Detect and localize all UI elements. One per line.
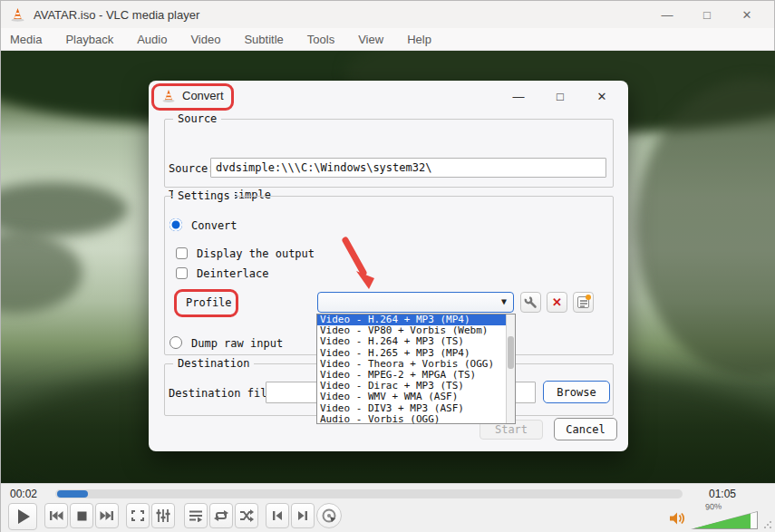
source-input[interactable] <box>210 158 606 178</box>
scrollbar-thumb[interactable] <box>508 336 514 369</box>
profile-dropdown-list: Video - H.264 + MP3 (MP4) Video - VP80 +… <box>316 314 516 424</box>
window-title: AVATAR.iso - VLC media player <box>34 8 199 22</box>
menu-help[interactable]: Help <box>407 33 431 46</box>
playlist-button[interactable] <box>184 503 208 528</box>
menu-subtitle[interactable]: Subtitle <box>244 33 283 46</box>
dump-raw-input-label: Dump raw input <box>191 337 283 350</box>
profile-option[interactable]: Video - VP80 + Vorbis (Webm) <box>317 325 515 336</box>
delete-x-icon: ✕ <box>552 295 562 309</box>
menu-bar: Media Playback Audio Video Subtitle Tool… <box>1 28 774 51</box>
profile-option[interactable]: Video - DIV3 + MP3 (ASF) <box>317 403 515 414</box>
title-bar: AVATAR.iso - VLC media player — □ ✕ <box>1 1 774 28</box>
menu-view[interactable]: View <box>358 33 383 46</box>
dialog-maximize-button[interactable]: □ <box>548 86 572 106</box>
fullscreen-button[interactable] <box>126 503 150 528</box>
background-tree <box>1 232 82 314</box>
dump-raw-input-radio[interactable] <box>170 336 182 349</box>
close-button[interactable]: ✕ <box>727 1 767 28</box>
volume-slider[interactable] <box>691 511 758 529</box>
speaker-icon <box>669 511 687 526</box>
profile-option[interactable]: Video - Dirac + MP3 (TS) <box>317 381 515 392</box>
menu-video[interactable]: Video <box>190 33 220 46</box>
profile-label: Profile <box>186 296 232 309</box>
profile-option[interactable]: Video - Theora + Vorbis (OGG) <box>317 359 515 370</box>
dialog-title-bar: Convert — □ ✕ <box>149 81 628 111</box>
play-button[interactable] <box>8 503 37 530</box>
deinterlace-label: Deinterlace <box>197 267 268 280</box>
background-tree <box>1 182 128 237</box>
dialog-close-button[interactable]: ✕ <box>590 86 614 106</box>
menu-playback[interactable]: Playback <box>65 33 113 46</box>
dvd-menu-button[interactable] <box>316 503 342 528</box>
disc-icon <box>322 508 336 523</box>
elapsed-time: 00:02 <box>10 488 37 500</box>
shuffle-icon <box>239 509 254 522</box>
profile-option[interactable]: Video - WMV + WMA (ASF) <box>317 392 515 402</box>
wrench-icon <box>524 295 538 309</box>
dropdown-scrollbar[interactable] <box>506 314 515 423</box>
shuffle-button[interactable] <box>235 503 258 528</box>
step-forward-icon <box>297 510 308 521</box>
chevron-down-icon: ▼ <box>501 296 507 306</box>
volume-fill <box>692 512 757 528</box>
source-label: Source: <box>169 162 215 175</box>
equalizer-icon <box>156 509 170 522</box>
vlc-window: AVATAR.iso - VLC media player — □ ✕ Medi… <box>0 0 775 532</box>
profile-option[interactable]: Video - H.264 + MP3 (TS) <box>317 336 515 347</box>
resize-grip[interactable] <box>763 520 772 529</box>
skip-forward-icon <box>100 510 114 521</box>
extended-settings-button[interactable] <box>151 503 175 528</box>
profile-combobox[interactable]: ▼ <box>317 292 514 313</box>
vlc-cone-icon <box>10 7 25 23</box>
stop-button[interactable] <box>70 503 93 528</box>
stop-icon <box>77 511 87 521</box>
browse-button[interactable]: Browse <box>543 381 610 403</box>
edit-profile-button[interactable] <box>520 292 541 313</box>
new-profile-icon <box>577 296 589 308</box>
menu-audio[interactable]: Audio <box>137 33 167 46</box>
previous-button[interactable] <box>44 503 68 528</box>
profile-option[interactable]: Audio - Vorbis (OGG) <box>317 414 515 425</box>
loop-icon <box>214 509 228 522</box>
new-profile-button[interactable] <box>573 292 594 313</box>
next-button[interactable] <box>95 503 119 528</box>
convert-radio-label: Convert <box>191 219 237 232</box>
frame-back-button[interactable] <box>266 503 289 528</box>
source-legend: Source <box>173 112 221 125</box>
dialog-minimize-button[interactable]: — <box>507 86 530 106</box>
seek-progress <box>57 490 88 498</box>
vlc-cone-icon <box>161 89 176 103</box>
destination-file-label: Destination file: <box>169 387 280 400</box>
menu-media[interactable]: Media <box>10 33 42 46</box>
profile-option[interactable]: Video - H.264 + MP3 (MP4) <box>317 314 515 325</box>
convert-radio[interactable] <box>170 218 182 231</box>
total-time: 01:05 <box>709 488 736 500</box>
fullscreen-icon <box>131 510 144 521</box>
dialog-title: Convert <box>182 89 224 102</box>
settings-legend: Settings <box>173 189 235 202</box>
delete-profile-button[interactable]: ✕ <box>547 292 567 313</box>
volume-percent: 90% <box>705 501 722 511</box>
profile-option[interactable]: Video - MPEG-2 + MPGA (TS) <box>317 370 515 381</box>
play-icon <box>18 509 30 524</box>
seek-bar[interactable] <box>55 489 683 498</box>
loop-button[interactable] <box>209 503 233 528</box>
display-output-checkbox[interactable] <box>176 247 188 259</box>
destination-legend: Destination <box>173 357 254 370</box>
deinterlace-checkbox[interactable] <box>176 267 188 279</box>
volume-control[interactable]: 90% <box>669 506 770 531</box>
skip-back-icon <box>49 510 63 521</box>
profile-option[interactable]: Video - H.265 + MP3 (MP4) <box>317 348 515 359</box>
playlist-icon <box>189 509 203 522</box>
frame-forward-button[interactable] <box>291 503 315 528</box>
video-area[interactable]: Convert — □ ✕ Source Source: Type: dvdsi… <box>1 51 775 483</box>
convert-dialog: Convert — □ ✕ Source Source: Type: dvdsi… <box>149 81 628 451</box>
step-back-icon <box>272 510 283 521</box>
cancel-button[interactable]: Cancel <box>554 418 617 440</box>
control-bar: 00:02 01:05 <box>1 483 775 532</box>
display-output-label: Display the output <box>197 247 315 260</box>
maximize-button[interactable]: □ <box>687 1 727 28</box>
menu-tools[interactable]: Tools <box>307 33 334 46</box>
minimize-button[interactable]: — <box>647 1 687 28</box>
